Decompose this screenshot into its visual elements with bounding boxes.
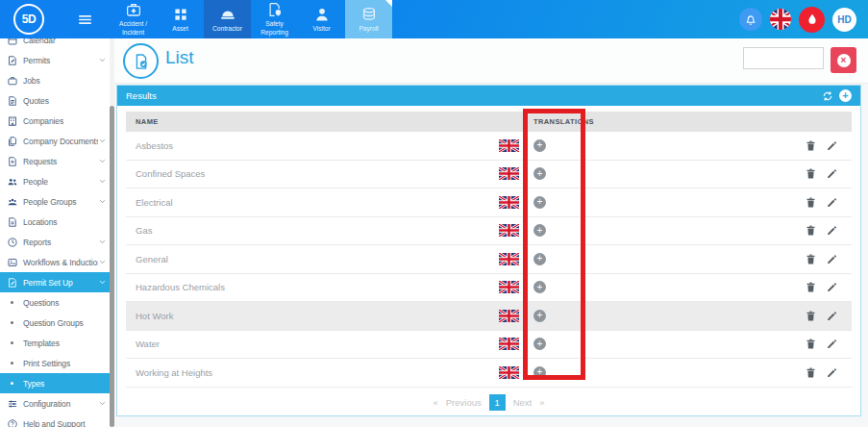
delete-button[interactable] [805,196,817,209]
sidebar-item-label: People [23,177,98,187]
alerts-button[interactable] [799,7,825,33]
edit-button[interactable] [826,366,838,379]
sidebar-item-types[interactable]: Types [0,373,110,393]
add-translation-button[interactable]: + [533,281,546,293]
sidebar-item-configuration[interactable]: Configuration [0,393,110,414]
bullet-icon [11,301,13,304]
language-button[interactable] [770,9,791,30]
bullet-icon [11,341,13,344]
company-documents-icon [7,136,18,147]
edit-button[interactable] [826,139,838,152]
table-row[interactable]: Confined Spaces+ [126,161,852,189]
sidebar-item-jobs[interactable]: Jobs [0,70,110,90]
add-translation-button[interactable]: + [533,224,546,237]
clear-search-button[interactable]: × [831,47,856,73]
sidebar-item-question-groups[interactable]: Question Groups [0,313,110,333]
delete-button[interactable] [805,253,817,265]
edit-button[interactable] [826,224,838,237]
add-type-button[interactable]: + [839,89,852,102]
sidebar-item-help-and-support[interactable]: Help and Support [0,414,110,427]
sidebar-item-quotes[interactable]: Quotes [0,90,110,111]
delete-button[interactable] [805,366,817,379]
nav-item-visitor[interactable]: Visitor [298,0,345,38]
table-row[interactable]: General+ [126,245,852,274]
nav-item-label: Accident / Incident [110,20,157,37]
sidebar-item-templates[interactable]: Templates [0,333,110,353]
delete-button[interactable] [805,310,817,322]
actions-cell [784,196,852,209]
delete-button[interactable] [805,139,817,152]
name-cell: Hot Work [126,310,525,322]
bell-icon [744,13,757,26]
nav-item-contractor[interactable]: Contractor [204,0,251,38]
delete-button[interactable] [805,338,817,350]
nav-item-accident-incident[interactable]: Accident / Incident [110,0,157,38]
sidebar-item-questions[interactable]: Questions [0,292,110,313]
pagination-last[interactable]: » [539,397,544,408]
translations-cell: + [525,196,586,209]
edit-button[interactable] [826,196,838,209]
types-table: NAME TRANSLATIONS Asbestos+Confined Spac… [126,112,852,411]
edit-button[interactable] [826,281,838,293]
pagination-first[interactable]: « [433,397,437,408]
edit-button[interactable] [826,253,838,265]
table-row[interactable]: Electrical+ [126,188,852,217]
sidebar-item-print-settings[interactable]: Print Settings [0,353,110,373]
column-header-name[interactable]: NAME [126,117,525,126]
sidebar-item-label: Requests [23,157,98,166]
sidebar-item-people-groups[interactable]: People Groups [0,191,110,212]
delete-button[interactable] [805,167,817,180]
table-row[interactable]: Hot Work+ [126,302,852,331]
add-translation-button[interactable]: + [533,310,546,322]
table-row[interactable]: Asbestos+ [126,132,852,161]
sidebar-item-reports[interactable]: Reports [0,232,110,252]
notifications-button[interactable] [739,8,762,31]
table-row[interactable]: Hazardous Chemicals+ [126,274,852,303]
delete-button[interactable] [805,281,817,293]
sidebar-item-companies[interactable]: Companies [0,111,110,131]
sidebar-item-company-documents[interactable]: Company Documents [0,131,110,151]
add-translation-button[interactable]: + [533,139,546,152]
add-translation-button[interactable]: + [533,338,546,350]
user-avatar[interactable]: HD [832,8,856,32]
sidebar-item-people[interactable]: People [0,171,110,191]
edit-button[interactable] [826,310,838,322]
sidebar-item-requests[interactable]: Requests [0,151,110,171]
workflows-icon [7,257,18,268]
sidebar-item-calendar[interactable]: Calendar [0,38,110,50]
pagination-next[interactable]: Next [513,397,533,408]
table-row[interactable]: Water+ [126,331,852,360]
add-translation-button[interactable]: + [533,253,546,265]
column-header-translations[interactable]: TRANSLATIONS [525,117,586,126]
pagination-page-1[interactable]: 1 [489,394,506,411]
edit-button[interactable] [826,167,838,180]
table-row[interactable]: Gas+ [126,217,852,246]
delete-button[interactable] [805,224,817,237]
sidebar-item-label: Types [23,379,107,389]
pagination-previous[interactable]: Previous [446,397,482,408]
chevron-down-icon [98,137,107,145]
sidebar-item-locations[interactable]: Locations [0,212,110,232]
uk-flag-icon [499,167,519,180]
add-translation-button[interactable]: + [533,167,546,180]
name-cell: Gas [126,224,525,237]
nav-item-asset[interactable]: Asset [157,0,204,38]
translations-cell: + [525,139,586,152]
refresh-button[interactable] [822,90,833,102]
scrollbar-thumb[interactable] [110,106,114,427]
sidebar-item-permit-set-up[interactable]: Permit Set Up [0,272,110,292]
menu-toggle-icon[interactable] [77,12,93,28]
sidebar-item-label: Quotes [23,96,107,106]
chevron-down-icon [98,258,107,266]
add-translation-button[interactable]: + [533,196,546,209]
sidebar-item-permits[interactable]: Permits [0,50,110,70]
edit-button[interactable] [826,338,838,350]
sidebar-item-workflows-inductions[interactable]: Workflows & Inductions [0,252,110,272]
nav-item-payroll[interactable]: Payroll [345,0,392,38]
nav-item-safety-reporting[interactable]: Safety Reporting [251,0,298,38]
table-row[interactable]: Working at Heights+ [126,359,852,388]
sidebar-scrollbar[interactable] [110,38,114,427]
search-input[interactable] [743,47,824,69]
add-translation-button[interactable]: + [533,366,546,379]
results-title: Results [126,90,157,101]
